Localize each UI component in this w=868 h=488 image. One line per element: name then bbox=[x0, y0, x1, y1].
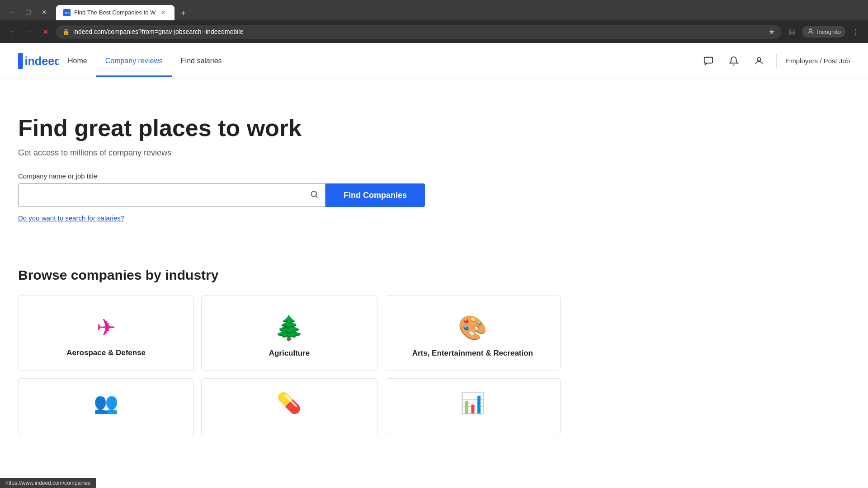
logo[interactable]: indeed bbox=[18, 53, 59, 69]
address-bar[interactable]: 🔒 indeed.com/companies?from=gnav-jobsear… bbox=[56, 25, 781, 39]
employers-link[interactable]: Employers / Post Job bbox=[786, 57, 850, 65]
svg-rect-4 bbox=[704, 57, 712, 63]
search-input-wrap bbox=[18, 183, 326, 207]
profile-icon-button[interactable] bbox=[751, 53, 767, 69]
reload-button[interactable]: ✕ bbox=[38, 24, 52, 39]
tab-bar: in Find The Best Companies to W ✕ + bbox=[56, 4, 190, 20]
bookmark-button[interactable]: ★ bbox=[769, 28, 775, 36]
industry-card-aerospace[interactable]: ✈ Aerospace & Defense bbox=[18, 296, 194, 371]
page-wrapper: indeed Home Company reviews Find salarie… bbox=[0, 43, 868, 488]
industry-row2-icon-3: 📊 bbox=[394, 391, 551, 415]
industry-row2-icon-2: 💊 bbox=[211, 391, 368, 415]
arts-icon: 🎨 bbox=[394, 314, 551, 342]
minimize-button[interactable]: – bbox=[5, 6, 18, 19]
hero-subtitle: Get access to millions of company review… bbox=[18, 148, 524, 158]
industry-card-row2-1[interactable]: 👥 bbox=[18, 378, 194, 435]
tab-close-button[interactable]: ✕ bbox=[159, 9, 167, 17]
search-row: Find Companies bbox=[18, 183, 425, 207]
notifications-icon-button[interactable] bbox=[726, 53, 742, 69]
incognito-badge[interactable]: Incognito bbox=[802, 26, 845, 38]
tab-title: Find The Best Companies to W bbox=[74, 9, 156, 16]
browser-chrome: – ☐ ✕ in Find The Best Companies to W ✕ … bbox=[0, 0, 868, 43]
hero-title: Find great places to work bbox=[18, 115, 524, 141]
industry-card-row2-2[interactable]: 💊 bbox=[201, 378, 377, 435]
browse-title: Browse companies by industry bbox=[18, 267, 850, 283]
salary-search-link[interactable]: Do you want to search for salaries? bbox=[18, 214, 124, 222]
navbar: indeed Home Company reviews Find salarie… bbox=[0, 43, 868, 79]
industry-card-arts[interactable]: 🎨 Arts, Entertainment & Recreation bbox=[385, 296, 561, 371]
nav-divider bbox=[776, 54, 777, 68]
industry-row2-icon-1: 👥 bbox=[28, 391, 184, 415]
back-button[interactable]: ← bbox=[5, 24, 20, 39]
status-bar: https://www.indeed.com/companies bbox=[0, 478, 96, 488]
nav-find-salaries[interactable]: Find salaries bbox=[172, 45, 231, 77]
arts-label: Arts, Entertainment & Recreation bbox=[412, 349, 533, 357]
active-tab[interactable]: in Find The Best Companies to W ✕ bbox=[56, 5, 175, 20]
indeed-logo-svg: indeed bbox=[18, 53, 59, 69]
new-tab-button[interactable]: + bbox=[176, 7, 190, 20]
aerospace-label: Aerospace & Defense bbox=[66, 348, 146, 357]
nav-links: Home Company reviews Find salaries bbox=[59, 45, 700, 77]
toolbar-right: ▤ Incognito ⋮ bbox=[785, 24, 863, 39]
bell-icon bbox=[729, 56, 739, 66]
nav-company-reviews[interactable]: Company reviews bbox=[96, 45, 172, 77]
messages-icon bbox=[703, 56, 713, 66]
industry-card-row2-3[interactable]: 📊 bbox=[385, 378, 561, 435]
window-controls: – ☐ ✕ bbox=[5, 6, 51, 19]
menu-button[interactable]: ⋮ bbox=[848, 24, 863, 39]
browse-section: Browse companies by industry ✈ Aerospace… bbox=[0, 249, 868, 453]
svg-point-5 bbox=[758, 57, 761, 61]
url-text: indeed.com/companies?from=gnav-jobsearch… bbox=[73, 28, 765, 35]
nav-right: Employers / Post Job bbox=[700, 53, 850, 69]
maximize-button[interactable]: ☐ bbox=[22, 6, 34, 19]
nav-controls: ← → ✕ bbox=[5, 24, 52, 39]
svg-rect-1 bbox=[809, 30, 812, 31]
tab-favicon: in bbox=[63, 9, 71, 16]
industry-card-agriculture[interactable]: 🌲 Agriculture bbox=[201, 296, 377, 371]
messages-icon-button[interactable] bbox=[700, 53, 717, 69]
browser-toolbar: ← → ✕ 🔒 indeed.com/companies?from=gnav-j… bbox=[0, 20, 868, 43]
company-search-input[interactable] bbox=[19, 185, 310, 206]
incognito-label: Incognito bbox=[817, 28, 841, 35]
svg-text:indeed: indeed bbox=[24, 55, 59, 67]
industry-grid: ✈ Aerospace & Defense 🌲 Agriculture 🎨 Ar… bbox=[18, 296, 561, 435]
svg-point-6 bbox=[311, 191, 316, 197]
agriculture-icon: 🌲 bbox=[211, 314, 368, 342]
lock-icon: 🔒 bbox=[62, 28, 70, 35]
search-icon bbox=[310, 190, 325, 201]
incognito-icon bbox=[807, 28, 815, 36]
agriculture-label: Agriculture bbox=[269, 349, 310, 357]
search-label: Company name or job title bbox=[18, 172, 524, 180]
hero-section: Find great places to work Get access to … bbox=[0, 79, 542, 249]
user-icon bbox=[754, 56, 764, 66]
svg-rect-2 bbox=[18, 53, 23, 69]
close-button[interactable]: ✕ bbox=[38, 6, 51, 19]
browser-titlebar: – ☐ ✕ in Find The Best Companies to W ✕ … bbox=[0, 0, 868, 20]
aerospace-icon: ✈ bbox=[28, 314, 184, 341]
cast-button[interactable]: ▤ bbox=[785, 24, 799, 39]
find-companies-button[interactable]: Find Companies bbox=[326, 183, 425, 207]
status-url: https://www.indeed.com/companies bbox=[5, 480, 90, 486]
nav-home[interactable]: Home bbox=[59, 45, 96, 77]
forward-button[interactable]: → bbox=[22, 24, 36, 39]
